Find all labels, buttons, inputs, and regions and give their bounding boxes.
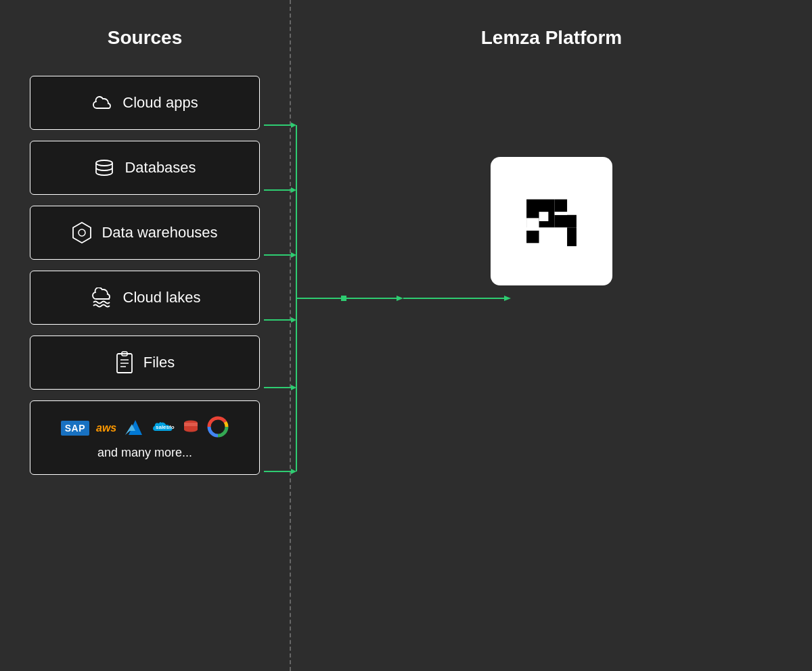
svg-marker-1 (73, 223, 91, 243)
sources-panel: Sources Cloud apps Databases (0, 0, 291, 671)
stack-logo (181, 417, 200, 439)
source-box-databases: Databases (30, 141, 260, 195)
aws-logo: aws (96, 422, 116, 434)
logos-row: SAP aws salesforce (61, 416, 229, 440)
source-box-files: Files (30, 336, 260, 390)
svg-point-2 (78, 229, 85, 236)
svg-rect-18 (567, 227, 577, 246)
svg-text:salesforce: salesforce (156, 424, 175, 430)
svg-rect-21 (555, 212, 567, 215)
svg-rect-19 (539, 212, 549, 221)
databases-icon (93, 158, 115, 177)
salesforce-logo: salesforce (152, 419, 175, 438)
source-box-data-warehouses: Data warehouses (30, 206, 260, 260)
cloud-apps-label: Cloud apps (122, 94, 198, 112)
azure-logo (123, 417, 145, 439)
source-box-cloud-apps: Cloud apps (30, 76, 260, 130)
files-icon (115, 351, 134, 374)
svg-point-0 (96, 160, 112, 166)
google-logo (207, 416, 229, 440)
databases-label: Databases (125, 159, 196, 177)
svg-rect-16 (555, 200, 567, 212)
cloud-lakes-icon (89, 287, 114, 308)
data-warehouses-icon (72, 221, 92, 244)
platform-title: Lemza Platform (481, 27, 623, 49)
files-label: Files (143, 354, 175, 371)
source-box-cloud-lakes: Cloud lakes (30, 271, 260, 325)
svg-rect-15 (526, 231, 539, 243)
lemza-logo (491, 157, 612, 285)
platform-panel: Lemza Platform (291, 0, 812, 671)
and-more-label: and many more... (97, 446, 192, 460)
main-container: Sources Cloud apps Databases (0, 0, 812, 671)
svg-rect-20 (526, 218, 539, 230)
cloud-lakes-label: Cloud lakes (123, 289, 201, 306)
sap-logo: SAP (61, 421, 89, 436)
sources-title: Sources (108, 27, 183, 49)
data-warehouses-label: Data warehouses (102, 224, 217, 241)
source-box-logos: SAP aws salesforce (30, 400, 260, 475)
cloud-apps-icon (91, 95, 113, 111)
svg-rect-17 (555, 215, 577, 227)
